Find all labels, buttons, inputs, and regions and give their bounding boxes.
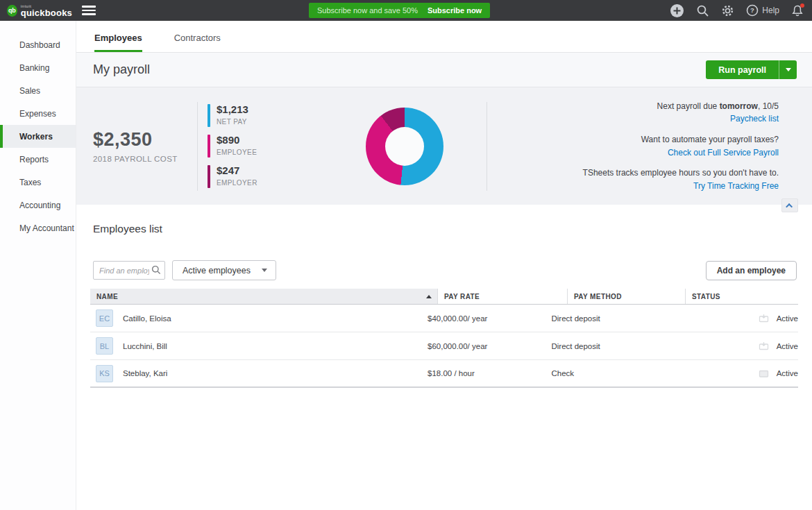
paycheck-list-link[interactable]: Paycheck list [730, 114, 779, 124]
notice-automate-taxes: Want to automate your payroll taxes? Che… [487, 133, 779, 159]
legend-color-bar [208, 165, 210, 188]
employee-row[interactable]: EC Catillo, Eloisa $40,000.00/ year Dire… [90, 305, 798, 332]
employee-pay-rate: $40,000.00/ year [421, 314, 544, 323]
help-label: Help [762, 6, 779, 15]
column-header-pay-rate[interactable]: PAY RATE [437, 289, 567, 304]
notice-next-payroll: Next payroll due tomorrow, 10/5 Paycheck… [487, 100, 779, 126]
notice-text-bold: tomorrow [720, 101, 758, 111]
employee-row[interactable]: KS Steblay, Kari $18.00 / hour Check Act… [90, 360, 798, 388]
help-menu[interactable]: ? Help [746, 4, 779, 17]
caret-down-icon [262, 269, 267, 272]
payroll-legend: $1,213 NET PAY $890 EMPLOYEE $247 EMPLOY… [208, 104, 325, 188]
legend-label: EMPLOYEE [217, 148, 257, 156]
sidebar-item-workers[interactable]: Workers [0, 125, 76, 148]
avatar: KS [96, 365, 113, 382]
help-icon: ? [746, 4, 759, 17]
payroll-total-value: $2,350 [93, 129, 197, 151]
column-header-status[interactable]: STATUS [685, 289, 798, 304]
avatar: BL [96, 337, 113, 355]
workers-tabs: Employees Contractors [76, 21, 812, 53]
legend-item-employee: $890 EMPLOYEE [208, 135, 325, 158]
sort-asc-icon [426, 295, 432, 298]
time-tracking-link[interactable]: Try Time Tracking Free [693, 181, 779, 191]
bell-icon[interactable] [791, 4, 804, 17]
page-header: My payroll Run payroll [76, 53, 812, 87]
direct-deposit-icon [759, 314, 769, 323]
sidebar-item-accounting[interactable]: Accounting [0, 194, 76, 216]
notice-text: TSheets tracks employee hours so you don… [583, 168, 779, 178]
svg-text:?: ? [750, 6, 754, 14]
employee-name: Lucchini, Bill [123, 342, 167, 350]
employee-status: Active [777, 369, 798, 377]
employees-table: NAME PAY RATE PAY METHOD STATUS EC Catil… [90, 289, 798, 388]
plus-icon[interactable] [670, 3, 684, 18]
legend-value: $247 [217, 165, 257, 177]
legend-color-bar [208, 135, 210, 158]
sidebar-item-banking[interactable]: Banking [0, 56, 76, 79]
legend-value: $1,213 [217, 104, 248, 116]
main-content: Employees Contractors My payroll Run pay… [76, 21, 812, 510]
quickbooks-logo[interactable]: qb intuit quickbooks [0, 4, 72, 17]
legend-label: EMPLOYER [217, 179, 257, 187]
employee-pay-rate: $18.00 / hour [421, 369, 544, 377]
run-payroll-label[interactable]: Run payroll [706, 60, 779, 79]
sidebar-item-taxes[interactable]: Taxes [0, 171, 76, 194]
employee-pay-rate: $60,000.00/ year [421, 342, 544, 350]
avatar: EC [96, 309, 113, 327]
caret-down-icon [786, 68, 791, 71]
employee-row[interactable]: BL Lucchini, Bill $60,000.00/ year Direc… [90, 332, 798, 360]
divider [197, 102, 198, 191]
notice-tsheets: TSheets tracks employee hours so you don… [487, 167, 779, 192]
sidebar-nav: Dashboard Banking Sales Expenses Workers… [0, 21, 76, 510]
subscribe-banner-text: Subscribe now and save 50% [317, 6, 418, 15]
run-payroll-button[interactable]: Run payroll [706, 60, 797, 79]
notice-text: , 10/5 [758, 101, 779, 111]
subscribe-banner: Subscribe now and save 50% Subscribe now [309, 3, 490, 18]
employee-status: Active [777, 342, 798, 350]
gear-icon[interactable] [721, 4, 734, 17]
sidebar-item-sales[interactable]: Sales [0, 79, 76, 102]
employee-pay-method: Check [544, 369, 657, 377]
sidebar-item-expenses[interactable]: Expenses [0, 102, 76, 125]
legend-item-net-pay: $1,213 NET PAY [208, 104, 325, 127]
direct-deposit-icon [759, 341, 769, 350]
search-icon [151, 265, 161, 278]
search-icon[interactable] [696, 4, 709, 17]
full-service-payroll-link[interactable]: Check out Full Service Payroll [668, 148, 779, 158]
brand-quickbooks: quickbooks [21, 8, 72, 17]
payroll-summary-panel: $2,350 2018 PAYROLL COST $1,213 NET PAY … [76, 87, 812, 205]
hamburger-menu-icon[interactable] [82, 3, 96, 17]
collapse-panel-button[interactable] [781, 198, 798, 212]
sidebar-item-my-accountant[interactable]: My Accountant [0, 216, 76, 239]
legend-item-employer: $247 EMPLOYER [208, 165, 325, 188]
sidebar-item-dashboard[interactable]: Dashboard [0, 33, 76, 56]
tab-employees[interactable]: Employees [94, 33, 142, 52]
subscribe-now-button[interactable]: Subscribe now [428, 6, 482, 15]
chevron-up-icon [786, 203, 793, 210]
tab-contractors[interactable]: Contractors [174, 33, 221, 52]
payroll-notices: Next payroll due tomorrow, 10/5 Paycheck… [487, 100, 812, 193]
employee-status: Active [777, 314, 798, 323]
notice-text: Want to automate your payroll taxes? [641, 135, 779, 144]
sidebar-item-reports[interactable]: Reports [0, 148, 76, 171]
filter-selected-value: Active employees [183, 266, 251, 275]
column-header-name[interactable]: NAME [90, 289, 437, 304]
column-header-pay-method[interactable]: PAY METHOD [567, 289, 685, 304]
topbar: qb intuit quickbooks Subscribe now and s… [0, 0, 812, 21]
legend-color-bar [208, 104, 210, 127]
donut-hole [385, 127, 424, 166]
employee-filter-dropdown[interactable]: Active employees [172, 260, 276, 280]
check-method-icon [759, 369, 769, 378]
page-title: My payroll [93, 62, 150, 77]
employees-list-section: Employees list Active employees Add an e… [76, 205, 812, 388]
employee-name: Steblay, Kari [123, 369, 167, 377]
legend-label: NET PAY [217, 118, 248, 126]
notification-dot [800, 3, 804, 8]
employees-list-heading: Employees list [93, 223, 812, 235]
run-payroll-dropdown[interactable] [779, 60, 797, 79]
notice-text: Next payroll due [657, 101, 720, 111]
payroll-total-label: 2018 PAYROLL COST [93, 155, 197, 163]
add-employee-button[interactable]: Add an employee [706, 261, 797, 280]
employee-name: Catillo, Eloisa [123, 314, 171, 323]
qb-logo-icon: qb [7, 5, 17, 17]
